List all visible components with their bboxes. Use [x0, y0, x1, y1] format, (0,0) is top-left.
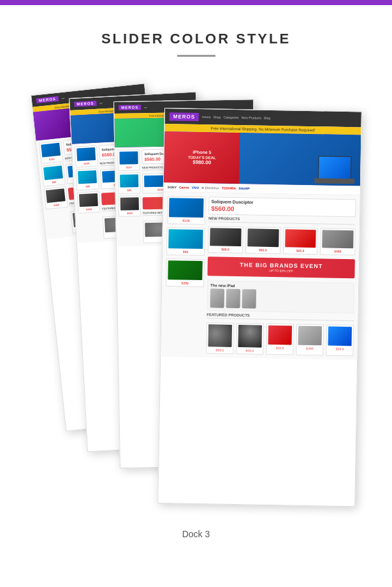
- bottom-label: Dock 3: [182, 529, 210, 539]
- card-2-logo: MEROS: [74, 101, 96, 107]
- top-accent-bar: [0, 0, 392, 5]
- card-4-thumb-1: $120: [166, 196, 205, 225]
- card-4-featured-row: $89.9 $45.9 $29.9 $499: [206, 322, 354, 356]
- card-4-banner: iPhone 5 TODAY'S DEAL $980.00: [163, 131, 360, 186]
- screenshot-card-4: MEROS Home Shop Categories New Products …: [157, 108, 362, 507]
- card-4-sidebar: $120 $80 $299: [164, 196, 205, 353]
- card-2-nav: •••: [99, 101, 102, 105]
- card-3-thumb-3: $450: [118, 195, 141, 217]
- card-4-brand-event-banner: THE BIG BRANDS EVENT UP TO 50% OFF: [207, 256, 354, 278]
- screenshots-container: MEROS ••• Free International Shipping. N…: [18, 89, 375, 503]
- card-4-product-grid: $89.9 $85.9 $65.9 $499: [208, 226, 356, 255]
- card-4-logo: MEROS: [169, 112, 199, 121]
- card-4-body: $120 $80 $299 Soliquem Dusciptor $560.00: [161, 192, 359, 360]
- card-1-thumb-3: $450: [43, 186, 68, 209]
- card-2-thumb-3: $450: [76, 191, 100, 214]
- card-3-sidebar: $120 $80 $450: [117, 149, 142, 244]
- card-4-new-label: New Products: [208, 216, 355, 225]
- card-4-thumb-2: $80: [166, 227, 205, 256]
- title-divider: [177, 55, 215, 57]
- card-3-thumb-2: $80: [117, 172, 140, 194]
- card-1-thumb-1: $120: [38, 140, 62, 163]
- card-4-ipad-section: The new iPad: [207, 280, 354, 313]
- card-2-sidebar: $120 $80 $450: [74, 145, 101, 241]
- card-4-nav: Home Shop Categories New Products Blog: [202, 115, 270, 120]
- card-2-thumb-1: $120: [74, 145, 98, 168]
- page-container: SLIDER COLOR STYLE MEROS ••• Free Intern…: [0, 5, 392, 565]
- card-4-featured: Soliquem Dusciptor $560.00: [208, 197, 356, 217]
- card-4-thumb-3: $299: [166, 258, 205, 287]
- page-title: SLIDER COLOR STYLE: [101, 31, 291, 47]
- card-4-main: Soliquem Dusciptor $560.00 New Products …: [206, 197, 356, 356]
- card-1-thumb-2: $80: [41, 163, 65, 186]
- card-4-featured-label: Featured Products: [207, 313, 354, 321]
- card-1-logo: MEROS: [36, 96, 59, 103]
- card-2-thumb-2: $80: [75, 168, 99, 191]
- card-1-nav: •••: [61, 96, 64, 100]
- card-3-logo: MEROS: [119, 105, 141, 110]
- card-3-thumb-1: $120: [117, 149, 140, 171]
- card-3-nav: •••: [144, 106, 147, 109]
